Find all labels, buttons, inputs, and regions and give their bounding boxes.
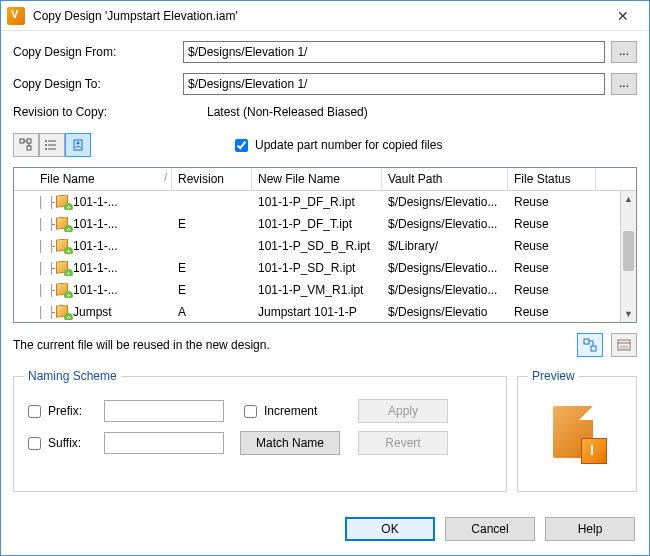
suffix-input[interactable] bbox=[104, 432, 224, 454]
svg-point-4 bbox=[45, 144, 47, 146]
update-part-number-checkbox[interactable] bbox=[235, 139, 248, 152]
svg-rect-9 bbox=[591, 346, 596, 351]
svg-point-3 bbox=[45, 140, 47, 142]
status-message: The current file will be reused in the n… bbox=[13, 338, 569, 352]
cell-filestatus: Reuse bbox=[508, 283, 596, 297]
cell-revision: A bbox=[172, 305, 252, 319]
cell-filestatus: Reuse bbox=[508, 305, 596, 319]
match-name-button[interactable]: Match Name bbox=[240, 431, 340, 455]
part-file-icon: + bbox=[56, 283, 71, 298]
view-tree-button[interactable] bbox=[13, 133, 39, 157]
copy-to-input[interactable] bbox=[183, 73, 605, 95]
part-file-icon: + bbox=[56, 217, 71, 232]
col-filestatus[interactable]: File Status bbox=[508, 168, 596, 190]
cell-newfilename: 101-1-P_VM_R1.ipt bbox=[252, 283, 382, 297]
svg-point-7 bbox=[77, 142, 80, 145]
cell-filename: 101-1-... bbox=[73, 239, 118, 253]
prefix-label: Prefix: bbox=[48, 404, 82, 418]
help-button[interactable]: Help bbox=[545, 517, 635, 541]
svg-point-5 bbox=[45, 148, 47, 150]
cell-newfilename: 101-1-P_SD_B_R.ipt bbox=[252, 239, 382, 253]
browse-from-button[interactable]: ... bbox=[611, 41, 637, 63]
part-file-icon: + bbox=[56, 195, 71, 210]
svg-rect-0 bbox=[20, 139, 24, 143]
cell-newfilename: 101-1-P_DF_T.ipt bbox=[252, 217, 382, 231]
cell-revision: E bbox=[172, 261, 252, 275]
cell-vaultpath: $/Designs/Elevatio... bbox=[382, 261, 508, 275]
svg-rect-1 bbox=[27, 139, 31, 143]
cell-newfilename: 101-1-P_DF_R.ipt bbox=[252, 195, 382, 209]
prefix-checkbox[interactable] bbox=[28, 405, 41, 418]
cell-vaultpath: $/Designs/Elevatio bbox=[382, 305, 508, 319]
grid-scrollbar[interactable]: ▲ ▼ bbox=[620, 191, 636, 322]
cell-filename: 101-1-... bbox=[73, 217, 118, 231]
properties-button[interactable] bbox=[611, 333, 637, 357]
cell-newfilename: Jumpstart 101-1-P bbox=[252, 305, 382, 319]
naming-scheme-legend: Naming Scheme bbox=[24, 369, 121, 383]
apply-button[interactable]: Apply bbox=[358, 399, 448, 423]
cell-vaultpath: $/Designs/Elevatio... bbox=[382, 195, 508, 209]
revision-value: Latest (Non-Released Biased) bbox=[183, 105, 368, 119]
cell-filestatus: Reuse bbox=[508, 195, 596, 209]
cell-vaultpath: $/Designs/Elevatio... bbox=[382, 217, 508, 231]
part-file-icon: + bbox=[56, 305, 71, 320]
view-detail-button[interactable] bbox=[65, 133, 91, 157]
table-row[interactable]: │ ├+101-1-...E101-1-P_VM_R1.ipt$/Designs… bbox=[14, 279, 636, 301]
scroll-down-icon[interactable]: ▼ bbox=[621, 306, 636, 322]
col-vaultpath[interactable]: Vault Path bbox=[382, 168, 508, 190]
suffix-label: Suffix: bbox=[48, 436, 81, 450]
table-row[interactable]: │ ├+101-1-...101-1-P_DF_R.ipt$/Designs/E… bbox=[14, 191, 636, 213]
table-row[interactable]: │ ├+101-1-...E101-1-P_DF_T.ipt$/Designs/… bbox=[14, 213, 636, 235]
table-row[interactable]: │ ├+101-1-...E101-1-P_SD_R.ipt$/Designs/… bbox=[14, 257, 636, 279]
revision-label: Revision to Copy: bbox=[13, 105, 183, 119]
cell-filestatus: Reuse bbox=[508, 239, 596, 253]
cell-filename: 101-1-... bbox=[73, 283, 118, 297]
titlebar: Copy Design 'Jumpstart Elevation.iam' ✕ bbox=[1, 1, 649, 31]
table-row[interactable]: │ ├+JumpstAJumpstart 101-1-P$/Designs/El… bbox=[14, 301, 636, 322]
cell-newfilename: 101-1-P_SD_R.ipt bbox=[252, 261, 382, 275]
copy-design-dialog: Copy Design 'Jumpstart Elevation.iam' ✕ … bbox=[0, 0, 650, 556]
prefix-input[interactable] bbox=[104, 400, 224, 422]
update-part-number-label: Update part number for copied files bbox=[255, 138, 442, 152]
cell-revision: E bbox=[172, 217, 252, 231]
copy-from-input[interactable] bbox=[183, 41, 605, 63]
preview-group: Preview bbox=[517, 369, 637, 492]
cell-vaultpath: $/Library/ bbox=[382, 239, 508, 253]
related-files-button[interactable] bbox=[577, 333, 603, 357]
part-file-icon: + bbox=[56, 239, 71, 254]
view-list-button[interactable] bbox=[39, 133, 65, 157]
app-icon bbox=[7, 7, 25, 25]
cell-filename: 101-1-... bbox=[73, 261, 118, 275]
preview-thumbnail-icon bbox=[547, 404, 607, 464]
table-row[interactable]: │ ├+101-1-...101-1-P_SD_B_R.ipt$/Library… bbox=[14, 235, 636, 257]
scroll-up-icon[interactable]: ▲ bbox=[621, 191, 636, 207]
cell-revision: E bbox=[172, 283, 252, 297]
close-button[interactable]: ✕ bbox=[603, 8, 643, 24]
cell-filename: 101-1-... bbox=[73, 195, 118, 209]
svg-rect-2 bbox=[27, 146, 31, 150]
col-filename[interactable]: File Name bbox=[14, 168, 172, 190]
increment-checkbox[interactable] bbox=[244, 405, 257, 418]
scroll-thumb[interactable] bbox=[623, 231, 634, 271]
cell-filestatus: Reuse bbox=[508, 217, 596, 231]
revert-button[interactable]: Revert bbox=[358, 431, 448, 455]
ok-button[interactable]: OK bbox=[345, 517, 435, 541]
copy-from-label: Copy Design From: bbox=[13, 45, 183, 59]
cell-vaultpath: $/Designs/Elevatio... bbox=[382, 283, 508, 297]
suffix-checkbox[interactable] bbox=[28, 437, 41, 450]
window-title: Copy Design 'Jumpstart Elevation.iam' bbox=[33, 9, 603, 23]
browse-to-button[interactable]: ... bbox=[611, 73, 637, 95]
svg-rect-8 bbox=[584, 339, 589, 344]
copy-to-label: Copy Design To: bbox=[13, 77, 183, 91]
col-newfilename[interactable]: New File Name bbox=[252, 168, 382, 190]
col-revision[interactable]: Revision bbox=[172, 168, 252, 190]
cancel-button[interactable]: Cancel bbox=[445, 517, 535, 541]
cell-filestatus: Reuse bbox=[508, 261, 596, 275]
cell-filename: Jumpst bbox=[73, 305, 112, 319]
part-file-icon: + bbox=[56, 261, 71, 276]
file-grid: File Name Revision New File Name Vault P… bbox=[13, 167, 637, 323]
preview-legend: Preview bbox=[528, 369, 579, 383]
naming-scheme-group: Naming Scheme Prefix: Increment Apply Su… bbox=[13, 369, 507, 492]
increment-label: Increment bbox=[264, 404, 317, 418]
